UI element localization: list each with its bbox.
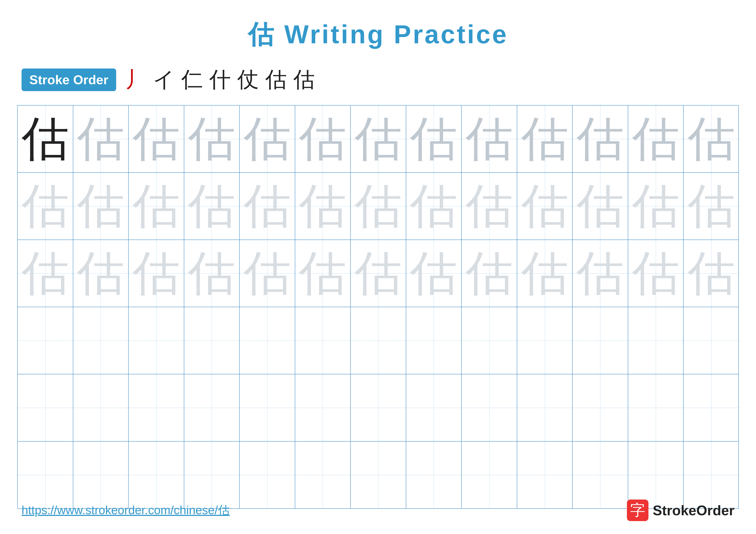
grid-cell[interactable]: 估 [18,173,73,240]
grid-cell[interactable]: 估 [351,173,406,240]
grid-row-6 [18,442,738,508]
practice-char: 估 [577,107,624,171]
practice-char: 估 [632,107,680,171]
practice-char: 估 [299,174,346,238]
grid-cell[interactable] [73,442,129,508]
grid-cell[interactable] [240,374,295,441]
grid-cell[interactable] [628,374,684,441]
grid-cell[interactable]: 估 [628,173,684,240]
grid-cell[interactable] [184,442,240,508]
grid-cell[interactable]: 估 [406,173,462,240]
grid-cell[interactable] [628,442,684,508]
grid-cell[interactable]: 估 [573,173,628,240]
grid-cell[interactable] [129,374,184,441]
grid-cell[interactable]: 估 [517,173,573,240]
grid-cell[interactable]: 估 [573,106,628,172]
grid-cell[interactable]: 估 [517,106,573,172]
practice-char: 估 [521,242,569,305]
grid-row-2: 估 估 估 估 估 估 估 估 估 估 估 估 估 [18,173,738,240]
grid-cell[interactable]: 估 [573,240,628,307]
grid-cell[interactable] [406,307,462,374]
grid-cell[interactable] [517,307,573,374]
grid-cell[interactable]: 估 [406,106,462,172]
grid-cell[interactable]: 估 [73,106,129,172]
grid-cell[interactable]: 估 [462,240,517,307]
grid-cell[interactable]: 估 [351,106,406,172]
grid-cell[interactable]: 估 [129,173,184,240]
grid-cell[interactable] [295,442,351,508]
grid-row-1: 估 估 估 估 估 估 估 估 估 估 估 估 估 [18,106,738,173]
practice-char: 估 [355,174,402,238]
grid-cell[interactable] [684,374,739,441]
practice-char: 估 [577,242,624,305]
grid-cell[interactable]: 估 [462,173,517,240]
grid-cell[interactable] [684,442,739,508]
grid-cell[interactable] [73,374,129,441]
grid-cell[interactable] [351,307,406,374]
footer: https://www.strokeorder.com/chinese/估 字 … [0,499,756,521]
grid-cell[interactable] [240,442,295,508]
grid-cell[interactable]: 估 [129,106,184,172]
practice-char: 估 [410,107,457,171]
grid-cell[interactable]: 估 [184,240,240,307]
grid-cell[interactable] [573,374,628,441]
grid-cell[interactable]: 估 [18,106,73,172]
grid-cell[interactable] [462,442,517,508]
grid-cell[interactable]: 估 [628,240,684,307]
grid-cell[interactable]: 估 [129,240,184,307]
grid-cell[interactable]: 估 [240,106,295,172]
footer-url-link[interactable]: https://www.strokeorder.com/chinese/估 [21,502,230,518]
practice-char: 估 [355,107,402,171]
grid-cell[interactable] [462,374,517,441]
grid-cell[interactable]: 估 [184,106,240,172]
practice-char: 估 [133,174,180,238]
grid-cell[interactable] [295,307,351,374]
grid-cell[interactable] [406,442,462,508]
grid-cell[interactable]: 估 [684,173,739,240]
grid-cell[interactable] [573,442,628,508]
grid-cell[interactable] [517,442,573,508]
grid-cell[interactable] [295,374,351,441]
grid-cell[interactable]: 估 [184,173,240,240]
grid-cell[interactable]: 估 [18,240,73,307]
grid-cell[interactable] [18,442,73,508]
grid-cell[interactable]: 估 [628,106,684,172]
grid-cell[interactable] [406,374,462,441]
grid-cell[interactable] [517,374,573,441]
grid-cell[interactable] [351,374,406,441]
grid-cell[interactable]: 估 [684,106,739,172]
grid-cell[interactable]: 估 [517,240,573,307]
grid-cell[interactable] [18,374,73,441]
grid-cell[interactable]: 估 [295,106,351,172]
grid-cell[interactable] [184,307,240,374]
grid-cell[interactable]: 估 [684,240,739,307]
grid-cell[interactable]: 估 [240,173,295,240]
practice-char: 估 [466,107,513,171]
practice-char: 估 [77,107,124,171]
footer-logo-text: StrokeOrder [653,502,735,519]
strokeorder-logo-icon: 字 [627,499,648,521]
grid-cell[interactable] [184,374,240,441]
grid-cell[interactable]: 估 [295,240,351,307]
grid-cell[interactable] [129,307,184,374]
grid-cell[interactable] [573,307,628,374]
grid-cell[interactable] [240,307,295,374]
grid-cell[interactable] [18,307,73,374]
grid-cell[interactable] [628,307,684,374]
practice-char: 估 [21,174,69,238]
grid-cell[interactable]: 估 [351,240,406,307]
grid-cell[interactable] [129,442,184,508]
grid-cell[interactable]: 估 [462,106,517,172]
grid-cell[interactable] [73,307,129,374]
footer-logo: 字 StrokeOrder [627,499,735,521]
grid-cell[interactable]: 估 [73,240,129,307]
grid-cell[interactable]: 估 [240,240,295,307]
grid-cell[interactable]: 估 [73,173,129,240]
stroke-1: 丿 [125,65,146,94]
grid-cell[interactable]: 估 [295,173,351,240]
grid-cell[interactable] [684,307,739,374]
stroke-7: 估 [293,65,315,94]
grid-cell[interactable] [351,442,406,508]
grid-cell[interactable] [462,307,517,374]
grid-cell[interactable]: 估 [406,240,462,307]
